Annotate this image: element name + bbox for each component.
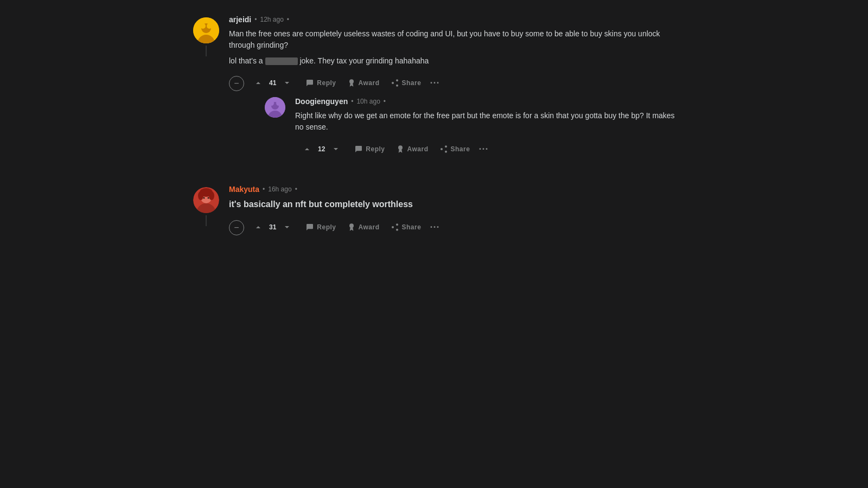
svg-point-17 [445,145,447,147]
svg-point-33 [396,229,398,231]
text-line-2: lol that's a xxxxxxx joke. They tax your… [229,55,678,67]
svg-point-29 [208,197,209,199]
comment-text-makyuta: it's basically an nft but completely wor… [229,198,678,211]
svg-point-8 [396,85,398,87]
time-doogienguyen: 10h ago [356,98,380,105]
award-label-arjeidi: Award [359,79,380,87]
reply-label-arjeidi: Reply [317,79,336,87]
reply-label-doogienguyen: Reply [366,145,385,153]
downvote-button-makyuta[interactable] [278,220,296,235]
text-line-1: Man the free ones are completely useless… [229,28,678,51]
award-button-arjeidi[interactable]: Award [343,75,384,91]
svg-point-31 [396,223,398,226]
share-label-makyuta: Share [402,223,422,231]
reply-button-arjeidi[interactable]: Reply [301,75,340,91]
svg-line-35 [393,225,396,227]
comment-body-doogienguyen: Doogienguyen • 10h ago • Right like why … [289,97,678,161]
svg-point-19 [445,151,447,153]
author-arjeidi: arjeidi [229,15,251,24]
action-bar-makyuta: − 31 Reply [229,217,678,237]
reply-button-doogienguyen[interactable]: Reply [350,142,389,157]
svg-point-4 [207,23,212,29]
text-makyuta: it's basically an nft but completely wor… [229,198,678,211]
comment-text-arjeidi: Man the free ones are completely useless… [229,28,678,67]
share-button-arjeidi[interactable]: Share [386,75,426,91]
more-button-makyuta[interactable]: ··· [427,219,442,236]
comment-header-arjeidi: arjeidi • 12h ago • [229,15,678,24]
share-icon-makyuta [391,223,399,232]
svg-line-34 [393,228,396,229]
vote-group-doogienguyen: 12 [295,139,348,159]
vote-group-makyuta: 31 [246,217,299,237]
share-icon-doogienguyen [439,145,448,153]
award-button-doogienguyen[interactable]: Award [392,142,433,157]
collapse-button-arjeidi[interactable]: − [229,76,244,91]
downvote-button-arjeidi[interactable] [278,75,296,91]
svg-line-21 [442,147,445,149]
more-button-arjeidi[interactable]: ··· [427,74,442,92]
share-icon-arjeidi [391,79,399,87]
award-button-makyuta[interactable]: Award [343,220,384,235]
comment-arjeidi: arjeidi • 12h ago • Man the free ones ar… [190,11,678,172]
svg-line-9 [393,84,396,85]
upvote-button-makyuta[interactable] [250,220,267,235]
svg-line-20 [442,150,445,151]
more-button-doogienguyen[interactable]: ··· [476,140,490,158]
svg-point-26 [198,191,203,200]
reply-icon-arjeidi [305,79,314,87]
reply-button-makyuta[interactable]: Reply [301,220,340,235]
share-label-arjeidi: Share [402,79,422,87]
time-makyuta: 16h ago [268,185,291,193]
upvote-icon-makyuta [254,223,263,232]
avatar-makyuta [193,187,219,213]
svg-point-7 [392,82,394,84]
upvote-icon-arjeidi [254,79,263,87]
svg-point-30 [349,223,354,228]
action-bar-arjeidi: − 41 Reply [229,73,678,93]
author-doogienguyen: Doogienguyen [295,97,348,106]
reply-doogienguyen: Doogienguyen • 10h ago • Right like why … [261,93,678,165]
comment-left-arjeidi [190,15,222,56]
comment-left-makyuta [190,185,222,226]
share-button-doogienguyen[interactable]: Share [435,142,475,157]
author-makyuta: Makyuta [229,185,259,194]
award-label-doogienguyen: Award [407,145,429,153]
svg-point-32 [392,226,394,228]
vote-count-arjeidi: 41 [269,79,276,87]
censored-word: xxxxxxx [265,57,298,65]
page-container: arjeidi • 12h ago • Man the free ones ar… [190,0,678,254]
comment-text-doogienguyen: Right like why do we get an emote for th… [295,110,678,133]
downvote-button-doogienguyen[interactable] [327,142,344,157]
downvote-icon-arjeidi [283,79,291,87]
reply-left-doogienguyen [261,97,289,118]
share-label-doogienguyen: Share [451,145,470,153]
collapse-button-makyuta[interactable]: − [229,220,244,235]
svg-point-3 [200,23,206,29]
award-label-makyuta: Award [359,223,380,231]
downvote-icon-makyuta [283,223,291,232]
time-arjeidi: 12h ago [260,16,283,23]
thread-line-arjeidi [206,46,207,56]
dot-makyuta: • [263,185,265,193]
dot-arjeidi: • [254,16,257,23]
upvote-button-doogienguyen[interactable] [298,142,316,157]
upvote-button-arjeidi[interactable] [250,75,267,91]
comment-header-makyuta: Makyuta • 16h ago • [229,185,678,194]
downvote-icon-doogienguyen [331,145,340,153]
action-bar-doogienguyen: 12 Reply Award [295,139,678,159]
svg-point-16 [398,145,403,150]
award-icon-doogienguyen [396,145,405,153]
svg-point-13 [270,100,274,106]
comment-makyuta: Makyuta • 16h ago • it's basically an nf… [190,181,678,243]
award-icon-makyuta [347,223,356,232]
award-icon-arjeidi [347,79,356,87]
reply-icon-makyuta [305,223,314,232]
vote-count-makyuta: 31 [269,223,276,231]
svg-point-27 [209,191,214,200]
thread-line-makyuta [206,215,207,226]
dot-doogienguyen: • [351,98,353,105]
comment-header-doogienguyen: Doogienguyen • 10h ago • [295,97,678,106]
share-button-makyuta[interactable]: Share [386,220,426,235]
dot2-arjeidi: • [287,16,289,23]
reply-icon-doogienguyen [354,145,363,153]
